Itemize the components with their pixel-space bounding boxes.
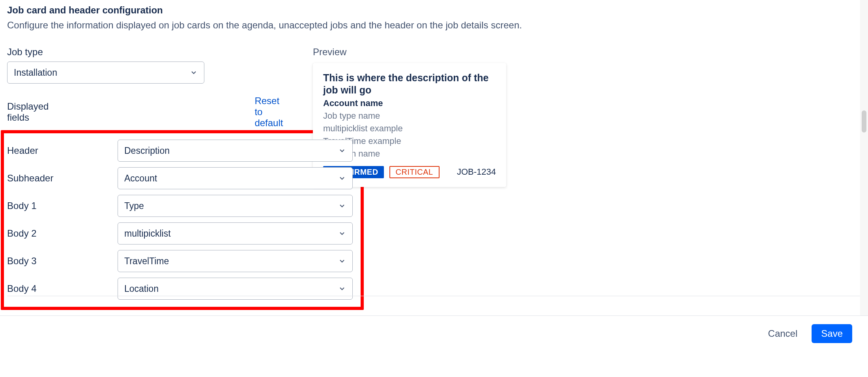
displayed-fields-highlight: Header Description Subheader Account xyxy=(1,130,364,310)
field-select-value: Location xyxy=(124,284,159,294)
section-description: Configure the information displayed on j… xyxy=(7,20,868,31)
field-row-label: Body 1 xyxy=(7,200,118,211)
preview-card-title: This is where the description of the job… xyxy=(323,72,496,97)
field-row-header: Header Description xyxy=(7,140,357,162)
field-select-subheader[interactable]: Account xyxy=(118,167,353,189)
field-row-subheader: Subheader Account xyxy=(7,167,357,189)
scrollbar-thumb[interactable] xyxy=(862,110,866,133)
field-select-body1[interactable]: Type xyxy=(118,195,353,217)
field-row-label: Body 4 xyxy=(7,283,118,294)
field-row-label: Body 3 xyxy=(7,256,118,267)
field-row-body4: Body 4 Location xyxy=(7,278,357,300)
job-type-select[interactable]: Installation xyxy=(7,62,204,84)
field-row-body2: Body 2 multipicklist xyxy=(7,222,357,244)
section-title: Job card and header configuration xyxy=(7,5,868,16)
field-select-value: Account xyxy=(124,173,157,184)
field-select-body2[interactable]: multipicklist xyxy=(118,222,353,244)
field-row-label: Body 2 xyxy=(7,228,118,239)
field-row-body3: Body 3 TravelTime xyxy=(7,250,357,272)
field-select-value: Description xyxy=(124,146,170,156)
save-button[interactable]: Save xyxy=(812,324,852,343)
chevron-down-icon xyxy=(190,69,198,77)
chevron-down-icon xyxy=(338,174,346,182)
chevron-down-icon xyxy=(338,202,346,210)
scrollbar[interactable] xyxy=(860,0,868,315)
cancel-button[interactable]: Cancel xyxy=(768,328,798,339)
footer-actions: Cancel Save xyxy=(0,315,868,351)
preview-card-body-line: multipicklist example xyxy=(323,123,496,134)
displayed-fields-label: Displayed fields xyxy=(7,101,49,123)
chevron-down-icon xyxy=(338,257,346,265)
preview-label: Preview xyxy=(313,47,534,58)
preview-card-subheader: Account name xyxy=(323,98,496,108)
chevron-down-icon xyxy=(338,147,346,155)
field-select-header[interactable]: Description xyxy=(118,140,353,162)
field-select-value: TravelTime xyxy=(124,256,169,267)
field-row-body1: Body 1 Type xyxy=(7,195,357,217)
job-type-label: Job type xyxy=(7,47,283,58)
job-number: JOB-1234 xyxy=(457,167,496,177)
field-row-label: Subheader xyxy=(7,173,118,184)
chevron-down-icon xyxy=(338,230,346,237)
preview-card-body-line: Job type name xyxy=(323,111,496,121)
field-row-label: Header xyxy=(7,145,118,156)
field-select-body4[interactable]: Location xyxy=(118,278,353,300)
job-type-select-value: Installation xyxy=(14,67,57,78)
field-select-body3[interactable]: TravelTime xyxy=(118,250,353,272)
field-select-value: multipicklist xyxy=(124,228,171,239)
field-select-value: Type xyxy=(124,201,144,211)
chevron-down-icon xyxy=(338,285,346,293)
reset-to-default-link[interactable]: Reset to default xyxy=(254,95,283,129)
section-divider xyxy=(7,296,868,296)
priority-badge: CRITICAL xyxy=(389,166,440,178)
